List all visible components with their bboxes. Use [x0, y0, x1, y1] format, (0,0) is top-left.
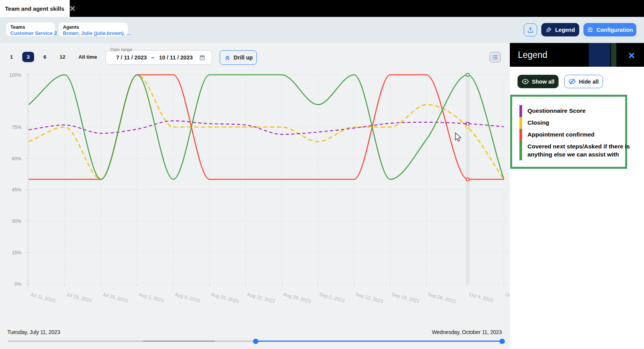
svg-text:100%: 100% — [9, 72, 21, 78]
svg-text:Aug 22, 2023: Aug 22, 2023 — [246, 291, 276, 304]
svg-text:45%: 45% — [12, 187, 21, 193]
svg-text:Sep 19, 2023: Sep 19, 2023 — [391, 291, 420, 304]
svg-text:Sep 26, 2023: Sep 26, 2023 — [427, 291, 457, 304]
svg-text:Sep 5, 2023: Sep 5, 2023 — [319, 291, 345, 303]
svg-text:Aug 8, 2023: Aug 8, 2023 — [174, 291, 200, 303]
svg-text:Oct 11, 2023: Oct 11, 2023 — [505, 291, 510, 304]
svg-text:15%: 15% — [12, 250, 21, 255]
svg-text:Sep 12, 2023: Sep 12, 2023 — [355, 291, 384, 304]
svg-text:60%: 60% — [12, 156, 21, 161]
svg-text:Aug 15, 2023: Aug 15, 2023 — [210, 291, 240, 304]
svg-text:0%: 0% — [15, 282, 21, 287]
svg-text:Aug 1, 2023: Aug 1, 2023 — [138, 291, 164, 303]
svg-text:Jul 11, 2023: Jul 11, 2023 — [30, 291, 56, 303]
svg-text:Oct 4, 2023: Oct 4, 2023 — [468, 291, 494, 303]
svg-text:Jul 25, 2023: Jul 25, 2023 — [102, 291, 128, 303]
svg-text:30%: 30% — [12, 219, 21, 224]
svg-text:Jul 18, 2023: Jul 18, 2023 — [66, 291, 92, 303]
svg-text:Aug 29, 2023: Aug 29, 2023 — [283, 291, 312, 304]
svg-text:75%: 75% — [12, 125, 21, 130]
